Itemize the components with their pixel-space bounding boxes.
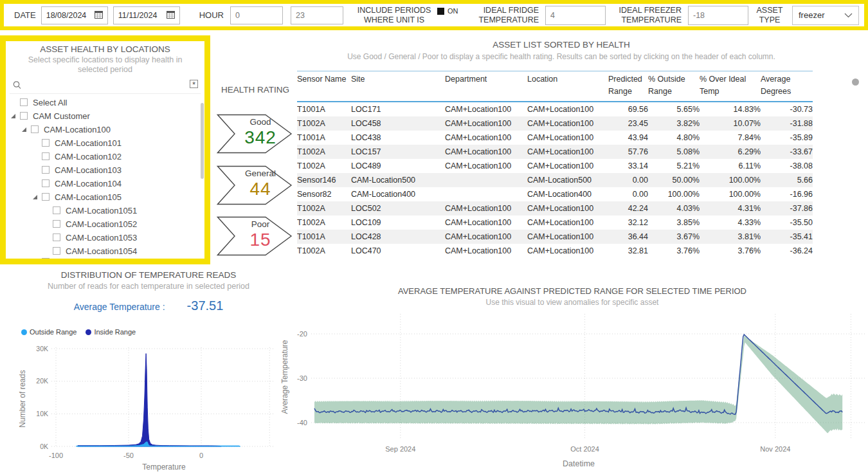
tree-checkbox[interactable] [42,258,50,264]
tree-checkbox[interactable] [42,139,50,147]
table-cell: 32.12 [608,215,648,230]
table-row[interactable]: T1002ALOC502CAM+Location100CAM+Location1… [297,201,813,215]
tree-item[interactable]: CAM-Location1054 [10,244,201,258]
table-cell: 10.07% [700,116,761,131]
tree-checkbox[interactable] [31,125,39,133]
series-inside-range[interactable] [78,354,221,446]
table-row[interactable]: T1001ALOC171CAM+Location100CAM+Location1… [297,102,813,116]
tree-item-label: CAM-Location104 [55,179,122,188]
x-tick-label: Oct 2024 [570,445,599,453]
tree-checkbox[interactable] [20,98,28,106]
x-tick-label: 0 [199,452,203,459]
table-cell [445,187,527,201]
column-header[interactable]: Location [527,71,608,102]
table-cell: CAM+Location100 [445,201,527,215]
tree-item[interactable]: CAM-Location1051 [10,204,201,217]
expand-icon[interactable] [33,195,37,199]
column-header[interactable]: % Over Ideal Temp [700,71,761,102]
tree-scrollbar[interactable] [201,103,204,179]
column-header[interactable]: % Outside Range [648,71,700,102]
y-axis-title: Number of reads [18,370,27,427]
tree-checkbox[interactable] [53,206,60,214]
table-row[interactable]: Sensor82CAM-Location400CAM-Location4000.… [297,187,813,201]
health-filter-poor[interactable]: Poor 15 [217,216,293,256]
date-from-value: 18/08/2024 [46,11,95,20]
calendar-icon[interactable] [167,10,175,21]
column-header[interactable]: Predicted Range [608,71,648,102]
distribution-section: DISTRIBUTION OF TEMPERATURE READS Number… [16,270,281,313]
tree-item[interactable]: CAM Customer [10,109,201,123]
table-row[interactable]: T1001ALOC428CAM+Location100CAM+Location1… [297,230,813,244]
table-row[interactable]: T1002ALOC470CAM+Location100CAM+Location1… [297,244,813,258]
table-cell: LOC502 [351,201,445,215]
search-input[interactable] [25,79,169,92]
tree-item[interactable] [10,258,201,264]
scroll-indicator-dot[interactable] [852,78,859,86]
tree-checkbox[interactable] [42,166,50,174]
ideal-fridge-label: IDEAL FRIDGE TEMPERATURE [472,6,539,25]
tree-item[interactable]: CAM-Location101 [10,136,201,150]
health-filter-good[interactable]: Good 342 [217,114,293,154]
tree-checkbox[interactable] [20,112,28,120]
toggle-square-icon[interactable] [437,8,444,15]
ideal-fridge-input[interactable]: 4 [545,6,606,25]
tree-item[interactable]: CAM-Location105 [10,190,201,204]
column-header[interactable]: Average Degrees [761,71,813,102]
tree-checkbox[interactable] [42,193,50,201]
table-row[interactable]: T1002ALOC157CAM+Location100CAM+Location1… [297,145,813,159]
asset-table: Sensor NameSiteDepartmentLocationPredict… [297,71,813,258]
table-row[interactable]: T1002ALOC489CAM+Location100CAM+Location1… [297,159,813,173]
health-filter-general[interactable]: General 44 [217,165,293,205]
tree-item[interactable]: CAM-Location103 [10,163,201,177]
tree-item[interactable]: CAM-Location104 [10,177,201,190]
tree-checkbox[interactable] [42,179,50,187]
tree-checkbox[interactable] [53,220,60,228]
line-chart-svg[interactable]: -20-30-40Sep 2024Oct 2024Nov 2024Datetim… [276,307,868,476]
tree-item[interactable]: CAM-Location102 [10,150,201,163]
table-cell: 6.29% [700,145,761,159]
table-row[interactable]: T1002ALOC109CAM+Location100CAM+Location1… [297,215,813,230]
tree-checkbox[interactable] [42,152,50,160]
table-cell: 14.83% [700,102,761,116]
expand-icon[interactable] [22,127,26,132]
column-header[interactable]: Sensor Name [297,71,351,102]
predicted-range-band[interactable] [314,336,842,434]
table-row[interactable]: Sensor146CAM-Location500CAM-Location5000… [297,173,813,187]
table-cell: LOC157 [351,145,445,159]
y-tick-label: 30K [36,345,48,352]
column-header[interactable]: Site [351,71,445,102]
tree-checkbox[interactable] [53,233,60,241]
column-header[interactable]: Department [445,71,527,102]
average-temperature-row: Average Temperature : -37.51 [16,298,281,313]
include-toggle[interactable]: ON [437,7,463,15]
table-row[interactable]: T1001ALOC438CAM+Location100CAM+Location1… [297,131,813,145]
tree-item[interactable]: CAM-Location1053 [10,231,201,244]
tree-item-label: CAM-Location1051 [66,206,137,215]
tree-checkbox[interactable] [53,247,60,255]
hour-from-input[interactable]: 0 [230,6,283,24]
date-from-input[interactable]: 18/08/2024 [41,6,108,24]
distribution-chart-svg[interactable]: 0K10K20K30K-100-500TemperatureNumber of … [16,334,281,475]
table-cell: 5.66 [761,173,813,187]
table-cell: 3.76% [648,244,700,258]
health-good-count: 342 [233,127,287,148]
fuzzy-match-icon[interactable]: * [190,80,198,88]
tree-item[interactable]: CAM-Location1052 [10,217,201,231]
tree-item[interactable]: Select All [10,96,201,109]
hour-to-input[interactable]: 23 [291,6,343,24]
date-to-value: 11/11/2024 [118,11,167,20]
table-row[interactable]: T1002ALOC458CAM+Location100CAM+Location1… [297,116,813,131]
table-cell: 3.76% [700,244,761,258]
tree-item[interactable]: CAM-Location100 [10,123,201,136]
date-to-input[interactable]: 11/11/2024 [113,6,180,24]
calendar-icon[interactable] [95,10,103,21]
table-cell: Sensor146 [297,173,351,187]
table-cell: 0.00 [608,187,648,201]
expand-icon[interactable] [11,114,15,118]
table-cell: T1001A [297,230,351,244]
asset-type-value: freezer [799,10,844,20]
table-cell: LOC489 [351,159,445,173]
asset-type-dropdown[interactable]: freezer [792,6,859,25]
ideal-freezer-input[interactable]: -18 [688,6,748,25]
table-cell: 3.82% [648,116,700,131]
